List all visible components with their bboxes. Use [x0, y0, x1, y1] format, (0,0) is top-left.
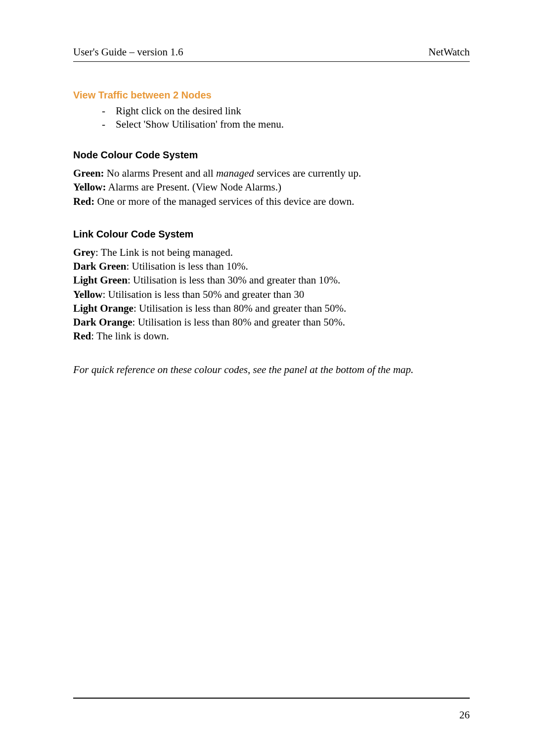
section-title-traffic: View Traffic between 2 Nodes	[73, 90, 470, 101]
colour-text: : The Link is not being managed.	[95, 246, 233, 258]
bullet-item: - Right click on the desired link	[102, 105, 470, 117]
footnote-text: For quick reference on these colour code…	[73, 364, 470, 376]
colour-label: Light Green	[73, 274, 128, 286]
colour-line: Dark Green: Utilisation is less than 10%…	[73, 260, 470, 273]
colour-text: One or more of the managed services of t…	[94, 195, 354, 207]
section-title-node: Node Colour Code System	[73, 149, 470, 161]
bullet-text: Select 'Show Utilisation' from the menu.	[116, 118, 284, 131]
colour-line: Light Orange: Utilisation is less than 8…	[73, 302, 470, 315]
colour-text: : The link is down.	[91, 330, 169, 342]
dash-icon: -	[102, 105, 116, 117]
colour-rest: services are currently up.	[254, 167, 361, 179]
colour-italic: managed	[216, 167, 254, 179]
dash-icon: -	[102, 118, 116, 131]
colour-text: : Utilisation is less than 80% and great…	[133, 316, 345, 328]
colour-line: Green: No alarms Present and all managed…	[73, 167, 470, 180]
colour-label: Red:	[73, 195, 94, 207]
colour-label: Grey	[73, 246, 95, 258]
colour-line: Dark Orange: Utilisation is less than 80…	[73, 316, 470, 329]
colour-text: : Utilisation is less than 80% and great…	[134, 302, 346, 314]
colour-line: Red: The link is down.	[73, 330, 470, 342]
colour-label: Dark Green	[73, 260, 127, 272]
colour-label: Light Orange	[73, 302, 134, 314]
header-left: User's Guide – version 1.6	[73, 46, 183, 58]
colour-label: Red	[73, 330, 91, 342]
node-colour-block: Green: No alarms Present and all managed…	[73, 167, 470, 208]
colour-line: Light Green: Utilisation is less than 30…	[73, 274, 470, 286]
colour-label: Yellow:	[73, 181, 106, 193]
colour-label: Yellow	[73, 288, 103, 300]
colour-text: No alarms Present and all	[104, 167, 216, 179]
colour-line: Yellow: Alarms are Present. (View Node A…	[73, 181, 470, 193]
colour-text: : Utilisation is less than 10%.	[127, 260, 248, 272]
page-header: User's Guide – version 1.6 NetWatch	[73, 46, 470, 62]
colour-label: Dark Orange	[73, 316, 133, 328]
header-right: NetWatch	[429, 46, 470, 58]
colour-line: Red: One or more of the managed services…	[73, 195, 470, 208]
colour-text: : Utilisation is less than 50% and great…	[103, 288, 305, 300]
bullet-item: - Select 'Show Utilisation' from the men…	[102, 118, 470, 131]
colour-line: Yellow: Utilisation is less than 50% and…	[73, 288, 470, 301]
colour-text: : Utilisation is less than 30% and great…	[128, 274, 340, 286]
colour-text: Alarms are Present. (View Node Alarms.)	[106, 181, 281, 193]
footer-divider	[73, 698, 470, 699]
colour-line: Grey: The Link is not being managed.	[73, 246, 470, 259]
colour-label: Green:	[73, 167, 104, 179]
bullet-text: Right click on the desired link	[116, 105, 241, 117]
bullet-list-traffic: - Right click on the desired link - Sele…	[102, 105, 470, 131]
link-colour-block: Grey: The Link is not being managed. Dar…	[73, 246, 470, 343]
page-number: 26	[459, 709, 470, 721]
section-title-link: Link Colour Code System	[73, 229, 470, 240]
